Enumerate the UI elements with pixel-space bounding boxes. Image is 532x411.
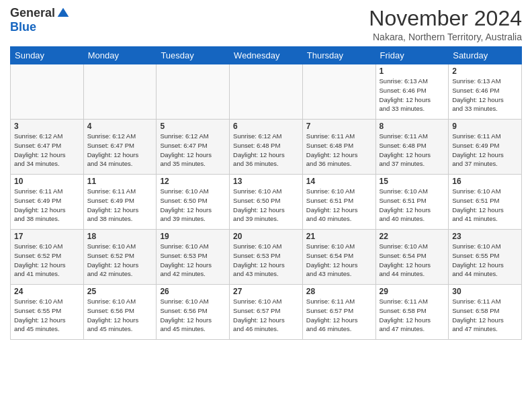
calendar-cell: 12Sunrise: 6:10 AM Sunset: 6:50 PM Dayli…: [157, 175, 230, 230]
day-info: Sunrise: 6:11 AM Sunset: 6:58 PM Dayligh…: [452, 297, 518, 334]
calendar-week-row: 3Sunrise: 6:12 AM Sunset: 6:47 PM Daylig…: [11, 120, 522, 175]
calendar-cell: 22Sunrise: 6:10 AM Sunset: 6:54 PM Dayli…: [375, 230, 449, 285]
calendar-cell: [157, 64, 230, 120]
day-number: 8: [380, 122, 445, 131]
svg-marker-0: [58, 8, 69, 17]
calendar-cell: 5Sunrise: 6:12 AM Sunset: 6:47 PM Daylig…: [157, 120, 230, 175]
calendar-cell: 6Sunrise: 6:12 AM Sunset: 6:48 PM Daylig…: [230, 120, 303, 175]
day-number: 17: [14, 232, 80, 241]
day-number: 6: [233, 122, 299, 131]
calendar-header-sunday: Sunday: [11, 47, 84, 64]
day-number: 21: [306, 232, 372, 241]
location-subtitle: Nakara, Northern Territory, Australia: [369, 32, 522, 42]
day-number: 1: [380, 66, 445, 76]
calendar-header-wednesday: Wednesday: [230, 47, 303, 64]
day-info: Sunrise: 6:10 AM Sunset: 6:54 PM Dayligh…: [380, 242, 445, 279]
calendar-cell: 1Sunrise: 6:13 AM Sunset: 6:46 PM Daylig…: [375, 64, 449, 120]
calendar-header-row: SundayMondayTuesdayWednesdayThursdayFrid…: [11, 47, 522, 64]
day-number: 5: [160, 122, 226, 131]
calendar-cell: 10Sunrise: 6:11 AM Sunset: 6:49 PM Dayli…: [11, 175, 84, 230]
day-info: Sunrise: 6:10 AM Sunset: 6:53 PM Dayligh…: [233, 242, 299, 279]
day-info: Sunrise: 6:10 AM Sunset: 6:52 PM Dayligh…: [87, 242, 153, 279]
calendar-header-saturday: Saturday: [449, 47, 522, 64]
calendar-cell: 16Sunrise: 6:10 AM Sunset: 6:51 PM Dayli…: [449, 175, 522, 230]
calendar-cell: 4Sunrise: 6:12 AM Sunset: 6:47 PM Daylig…: [83, 120, 157, 175]
logo-blue-text: Blue: [10, 20, 36, 34]
calendar-header-tuesday: Tuesday: [157, 47, 230, 64]
logo: General Blue: [10, 7, 70, 34]
calendar-cell: 20Sunrise: 6:10 AM Sunset: 6:53 PM Dayli…: [230, 230, 303, 285]
day-info: Sunrise: 6:10 AM Sunset: 6:55 PM Dayligh…: [452, 242, 518, 279]
day-number: 15: [380, 177, 445, 186]
calendar-cell: 8Sunrise: 6:11 AM Sunset: 6:48 PM Daylig…: [375, 120, 449, 175]
day-info: Sunrise: 6:10 AM Sunset: 6:51 PM Dayligh…: [306, 187, 372, 224]
day-info: Sunrise: 6:11 AM Sunset: 6:49 PM Dayligh…: [452, 132, 518, 169]
day-info: Sunrise: 6:10 AM Sunset: 6:56 PM Dayligh…: [87, 297, 153, 334]
day-info: Sunrise: 6:10 AM Sunset: 6:50 PM Dayligh…: [160, 187, 226, 224]
calendar-cell: 23Sunrise: 6:10 AM Sunset: 6:55 PM Dayli…: [449, 230, 522, 285]
calendar-cell: 24Sunrise: 6:10 AM Sunset: 6:55 PM Dayli…: [11, 285, 84, 340]
calendar-cell: 26Sunrise: 6:10 AM Sunset: 6:56 PM Dayli…: [157, 285, 230, 340]
day-number: 7: [306, 122, 372, 131]
day-number: 18: [87, 232, 153, 241]
calendar-cell: 15Sunrise: 6:10 AM Sunset: 6:51 PM Dayli…: [375, 175, 449, 230]
day-number: 20: [233, 232, 299, 241]
day-number: 10: [14, 177, 80, 186]
day-number: 19: [160, 232, 226, 241]
calendar-cell: 21Sunrise: 6:10 AM Sunset: 6:54 PM Dayli…: [302, 230, 375, 285]
calendar-cell: 25Sunrise: 6:10 AM Sunset: 6:56 PM Dayli…: [83, 285, 157, 340]
day-number: 13: [233, 177, 299, 186]
day-number: 27: [233, 287, 299, 296]
day-number: 22: [380, 232, 445, 241]
calendar-cell: 7Sunrise: 6:11 AM Sunset: 6:48 PM Daylig…: [302, 120, 375, 175]
calendar-cell: 13Sunrise: 6:10 AM Sunset: 6:50 PM Dayli…: [230, 175, 303, 230]
day-info: Sunrise: 6:12 AM Sunset: 6:47 PM Dayligh…: [87, 132, 153, 169]
calendar-cell: 2Sunrise: 6:13 AM Sunset: 6:46 PM Daylig…: [449, 64, 522, 120]
day-number: 2: [452, 66, 518, 76]
day-number: 24: [14, 287, 80, 296]
day-info: Sunrise: 6:10 AM Sunset: 6:52 PM Dayligh…: [14, 242, 80, 279]
day-info: Sunrise: 6:13 AM Sunset: 6:46 PM Dayligh…: [452, 77, 518, 113]
day-info: Sunrise: 6:10 AM Sunset: 6:55 PM Dayligh…: [14, 297, 80, 334]
logo-general-text: General: [10, 7, 55, 20]
day-info: Sunrise: 6:10 AM Sunset: 6:54 PM Dayligh…: [306, 242, 372, 279]
calendar-week-row: 24Sunrise: 6:10 AM Sunset: 6:55 PM Dayli…: [11, 285, 522, 340]
calendar-table: SundayMondayTuesdayWednesdayThursdayFrid…: [10, 46, 522, 340]
day-info: Sunrise: 6:12 AM Sunset: 6:47 PM Dayligh…: [160, 132, 226, 169]
calendar-cell: [83, 64, 157, 120]
calendar-cell: [11, 64, 84, 120]
day-info: Sunrise: 6:11 AM Sunset: 6:57 PM Dayligh…: [306, 297, 372, 334]
page-header: General Blue November 2024 Nakara, North…: [10, 7, 522, 42]
calendar-cell: 27Sunrise: 6:10 AM Sunset: 6:57 PM Dayli…: [230, 285, 303, 340]
calendar-week-row: 10Sunrise: 6:11 AM Sunset: 6:49 PM Dayli…: [11, 175, 522, 230]
day-number: 3: [14, 122, 80, 131]
day-number: 25: [87, 287, 153, 296]
calendar-cell: 19Sunrise: 6:10 AM Sunset: 6:53 PM Dayli…: [157, 230, 230, 285]
day-info: Sunrise: 6:10 AM Sunset: 6:57 PM Dayligh…: [233, 297, 299, 334]
day-info: Sunrise: 6:10 AM Sunset: 6:51 PM Dayligh…: [452, 187, 518, 224]
day-info: Sunrise: 6:10 AM Sunset: 6:51 PM Dayligh…: [380, 187, 445, 224]
calendar-cell: 30Sunrise: 6:11 AM Sunset: 6:58 PM Dayli…: [449, 285, 522, 340]
day-number: 11: [87, 177, 153, 186]
page-container: General Blue November 2024 Nakara, North…: [0, 0, 532, 343]
calendar-cell: 11Sunrise: 6:11 AM Sunset: 6:49 PM Dayli…: [83, 175, 157, 230]
calendar-week-row: 1Sunrise: 6:13 AM Sunset: 6:46 PM Daylig…: [11, 64, 522, 120]
day-info: Sunrise: 6:11 AM Sunset: 6:48 PM Dayligh…: [380, 132, 445, 169]
month-title: November 2024: [369, 7, 522, 30]
calendar-header-thursday: Thursday: [302, 47, 375, 64]
calendar-cell: 18Sunrise: 6:10 AM Sunset: 6:52 PM Dayli…: [83, 230, 157, 285]
calendar-cell: [302, 64, 375, 120]
logo-icon: [56, 7, 70, 20]
calendar-header-friday: Friday: [375, 47, 449, 64]
calendar-week-row: 17Sunrise: 6:10 AM Sunset: 6:52 PM Dayli…: [11, 230, 522, 285]
title-section: November 2024 Nakara, Northern Territory…: [369, 7, 522, 42]
day-number: 4: [87, 122, 153, 131]
calendar-cell: 17Sunrise: 6:10 AM Sunset: 6:52 PM Dayli…: [11, 230, 84, 285]
day-info: Sunrise: 6:12 AM Sunset: 6:48 PM Dayligh…: [233, 132, 299, 169]
day-info: Sunrise: 6:13 AM Sunset: 6:46 PM Dayligh…: [380, 77, 445, 113]
day-info: Sunrise: 6:11 AM Sunset: 6:48 PM Dayligh…: [306, 132, 372, 169]
calendar-cell: 9Sunrise: 6:11 AM Sunset: 6:49 PM Daylig…: [449, 120, 522, 175]
day-number: 28: [306, 287, 372, 296]
day-info: Sunrise: 6:10 AM Sunset: 6:56 PM Dayligh…: [160, 297, 226, 334]
calendar-cell: 14Sunrise: 6:10 AM Sunset: 6:51 PM Dayli…: [302, 175, 375, 230]
